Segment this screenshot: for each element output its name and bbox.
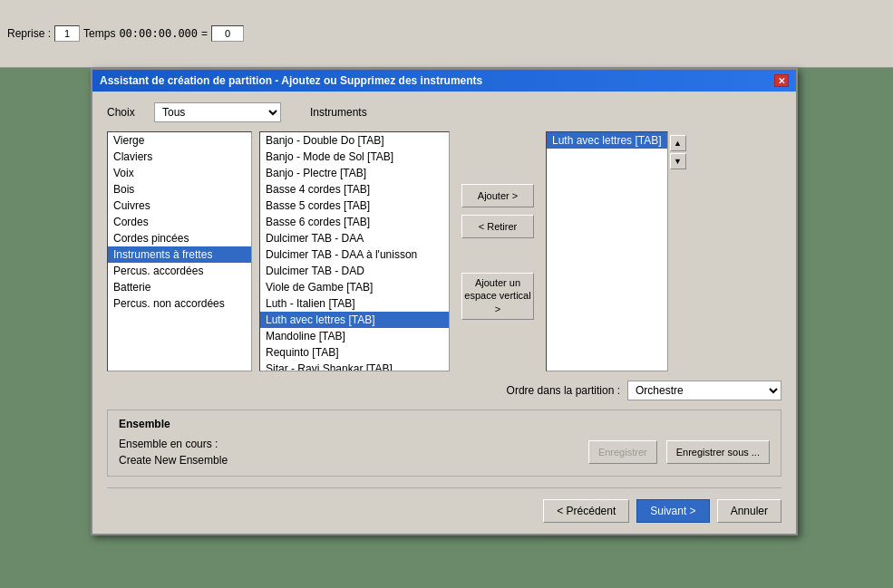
bottom-buttons: < Précédent Suivant > Annuler — [107, 496, 781, 523]
temps-display: 00:00:00.000 — [119, 27, 198, 40]
instrument-banjo-plectre[interactable]: Banjo - Plectre [TAB] — [260, 165, 449, 181]
scroll-up-button[interactable]: ▲ — [670, 135, 686, 151]
scroll-down-button[interactable]: ▼ — [670, 153, 686, 169]
ajouter-espace-button[interactable]: Ajouter un espace vertical > — [461, 273, 534, 320]
instrument-basse-6[interactable]: Basse 6 cordes [TAB] — [260, 214, 449, 230]
category-item-claviers[interactable]: Claviers — [108, 149, 251, 165]
instrument-banjo-mode-sol[interactable]: Banjo - Mode de Sol [TAB] — [260, 149, 449, 165]
scroll-arrows: ▲ ▼ — [670, 131, 686, 371]
toolbar: Reprise : Temps 00:00:00.000 = — [0, 0, 893, 68]
ordre-label: Ordre dans la partition : — [507, 384, 620, 397]
instrument-viole-gambe[interactable]: Viole de Gambe [TAB] — [260, 279, 449, 295]
title-bar: Assistant de création de partition - Ajo… — [92, 70, 796, 92]
separator — [107, 487, 781, 488]
choix-select[interactable]: Tous Cordes Vents Cuivres — [154, 102, 281, 122]
main-dialog: Assistant de création de partition - Ajo… — [91, 68, 798, 535]
category-item-percus-non-accordees[interactable]: Percus. non accordées — [108, 295, 251, 312]
category-item-cuivres[interactable]: Cuivres — [108, 198, 251, 214]
reprise-input[interactable] — [54, 25, 80, 42]
selected-instrument-luth[interactable]: Luth avec lettres [TAB] — [547, 132, 667, 149]
ensemble-title: Ensemble — [119, 418, 770, 430]
instrument-banjo-double-do[interactable]: Banjo - Double Do [TAB] — [260, 132, 449, 149]
category-item-cordes[interactable]: Cordes — [108, 214, 251, 230]
annuler-button[interactable]: Annuler — [717, 499, 781, 523]
ensemble-name: Create New Ensemble — [119, 454, 228, 467]
instrument-mandoline[interactable]: Mandoline [TAB] — [260, 328, 449, 344]
instruments-list[interactable]: Banjo - Double Do [TAB] Banjo - Mode de … — [260, 132, 449, 371]
equal-sign: = — [201, 27, 208, 40]
dialog-content: Choix Tous Cordes Vents Cuivres Instrume… — [92, 92, 796, 534]
instrument-sitar-ravi[interactable]: Sitar - Ravi Shankar [TAB] — [260, 361, 449, 371]
category-item-voix[interactable]: Voix — [108, 165, 251, 181]
category-item-cordes-pincees[interactable]: Cordes pincées — [108, 230, 251, 246]
instrument-luth-lettres[interactable]: Luth avec lettres [TAB] — [260, 312, 449, 328]
enregistrer-button[interactable]: Enregistrer — [588, 440, 657, 464]
precedent-button[interactable]: < Précédent — [543, 499, 629, 523]
category-item-instruments-frettes[interactable]: Instruments à frettes — [108, 246, 251, 263]
category-item-vierge[interactable]: Vierge — [108, 132, 251, 149]
bpm-input[interactable] — [211, 25, 244, 42]
dialog-title: Assistant de création de partition - Ajo… — [100, 74, 482, 87]
category-list[interactable]: Vierge Claviers Voix Bois Cuivres Cordes… — [107, 131, 252, 371]
instrument-requinto[interactable]: Requinto [TAB] — [260, 344, 449, 361]
category-item-bois[interactable]: Bois — [108, 181, 251, 198]
close-button[interactable]: ✕ — [774, 74, 789, 87]
ajouter-button[interactable]: Ajouter > — [461, 184, 534, 207]
ensemble-en-cours-label: Ensemble en cours : — [119, 438, 218, 450]
instrument-dulcimer-dad[interactable]: Dulcimer TAB - DAD — [260, 263, 449, 279]
instrument-dulcimer-daa-unisson[interactable]: Dulcimer TAB - DAA à l'unisson — [260, 246, 449, 263]
instrument-basse-5[interactable]: Basse 5 cordes [TAB] — [260, 198, 449, 214]
right-col: Luth avec lettres [TAB] ▲ ▼ — [546, 131, 686, 371]
ensemble-row: Ensemble en cours : Create New Ensemble … — [119, 436, 770, 468]
ordre-row: Ordre dans la partition : Orchestre Alph… — [107, 381, 781, 400]
instruments-list-wrap: Banjo - Double Do [TAB] Banjo - Mode de … — [259, 131, 450, 371]
retirer-button[interactable]: < Retirer — [461, 215, 534, 238]
ordre-select[interactable]: Orchestre Alphabétique Personnalisé — [627, 381, 781, 400]
middle-buttons: Ajouter > < Retirer Ajouter un espace ve… — [457, 131, 539, 371]
instruments-label: Instruments — [310, 106, 367, 119]
ensemble-section: Ensemble Ensemble en cours : Create New … — [107, 410, 781, 477]
category-item-batterie[interactable]: Batterie — [108, 279, 251, 295]
choix-label: Choix — [107, 106, 143, 119]
ensemble-info: Ensemble en cours : Create New Ensemble — [119, 436, 579, 468]
enregistrer-sous-button[interactable]: Enregistrer sous ... — [666, 440, 770, 464]
suivant-button[interactable]: Suivant > — [636, 499, 709, 523]
instrument-basse-4[interactable]: Basse 4 cordes [TAB] — [260, 181, 449, 198]
temps-label: Temps — [83, 27, 115, 40]
selected-instruments-list[interactable]: Luth avec lettres [TAB] — [546, 131, 668, 371]
instrument-dulcimer-daa[interactable]: Dulcimer TAB - DAA — [260, 230, 449, 246]
instrument-luth-italien[interactable]: Luth - Italien [TAB] — [260, 295, 449, 312]
choix-row: Choix Tous Cordes Vents Cuivres Instrume… — [107, 102, 781, 122]
reprise-bar: Reprise : Temps 00:00:00.000 = — [4, 24, 248, 43]
reprise-label: Reprise : — [7, 27, 51, 40]
three-col-area: Vierge Claviers Voix Bois Cuivres Cordes… — [107, 131, 781, 371]
category-item-percus-accordees[interactable]: Percus. accordées — [108, 263, 251, 279]
